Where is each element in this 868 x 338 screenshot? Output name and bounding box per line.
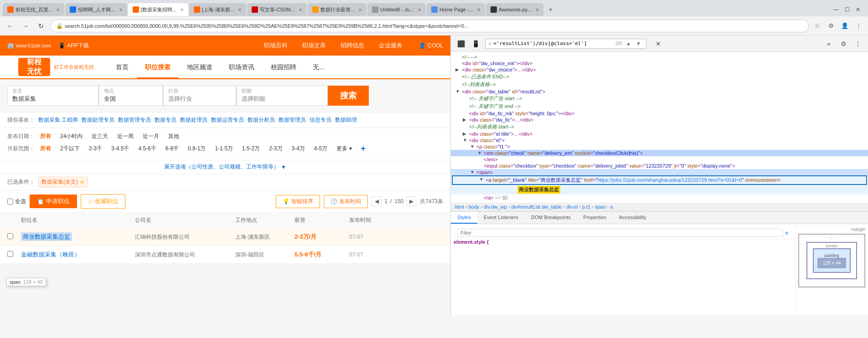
search-prev-button[interactable]: ▲ (624, 39, 633, 48)
tab-close-2[interactable]: ✕ (119, 7, 123, 12)
back-button[interactable]: ← (4, 20, 16, 32)
sec-nav-home[interactable]: 首页 (108, 55, 137, 79)
dom-line-19[interactable]: <a target="_blank" title="商业数据采集总监" href… (452, 175, 867, 185)
date-filter-3d[interactable]: 近三天 (88, 132, 112, 141)
sec-nav-campus[interactable]: 校园招聘 (263, 55, 305, 79)
tab-properties[interactable]: Properties (577, 212, 613, 224)
bc-div-el[interactable]: div.el (566, 204, 578, 210)
dom-line-12[interactable]: <div class="el title">…</div> (451, 131, 868, 137)
devtools-overflow-button[interactable]: » (822, 37, 835, 50)
bc-span[interactable]: span (595, 204, 606, 210)
bc-p-t1[interactable]: p.t1 (582, 204, 590, 210)
salary-filter-4-5w[interactable]: 4-5万 (310, 144, 331, 154)
dom-line-10[interactable]: <div class="dw_tlc">…</div> (451, 117, 868, 123)
top-nav-zhichang-baike[interactable]: 职场百科 (262, 41, 289, 50)
prev-page-button[interactable]: ◀ (372, 196, 382, 206)
job-company-2[interactable]: 深圳市点通数据有限公司 (135, 251, 195, 258)
dom-line-17[interactable]: <input class="checkbox" type="checkbox" … (451, 163, 868, 169)
minimize-button[interactable]: — (832, 6, 840, 13)
dom-triangle-6[interactable] (455, 89, 461, 94)
tab-1[interactable]: 前程无忧_百度... ✕ (3, 3, 64, 16)
user-avatar-area[interactable]: 👤 COOL (419, 42, 443, 49)
devtools-search-close-button[interactable]: ✕ (652, 37, 665, 50)
tab-dom-breakpoints[interactable]: DOM Breakpoints (525, 212, 577, 224)
tab-close-9[interactable]: ✕ (535, 7, 539, 12)
job-title-1[interactable]: 商业数据采集总监 (21, 232, 72, 241)
devtools-device-button[interactable]: 📱 (469, 37, 482, 50)
condition-tag-0[interactable]: 数据采集(全文) ✕ (38, 177, 88, 187)
dom-line-14[interactable]: <p class="t1 "> (451, 143, 868, 150)
salary-filter-3-4.5k[interactable]: 3-4.5千 (108, 144, 133, 154)
tab-close-4[interactable]: ✕ (238, 7, 242, 12)
address-bar[interactable]: 🔒 search.51job.com/list/000000,000000,00… (50, 20, 809, 32)
select-all-checkbox[interactable] (7, 199, 13, 205)
top-nav-zhaopin-xinxi[interactable]: 招聘信息 (339, 41, 366, 50)
tab-close-6[interactable]: ✕ (358, 7, 362, 12)
refresh-button[interactable]: ↻ (35, 20, 47, 32)
tag-1[interactable]: 数据处理专员 (82, 116, 114, 124)
sec-nav-more[interactable]: 无... (305, 55, 333, 79)
salary-filter-0.8-1w[interactable]: 0.8-1万 (184, 144, 209, 154)
top-nav-zhichang-wenku[interactable]: 职场文库 (300, 41, 328, 50)
tag-7[interactable]: 数据管理员 (279, 116, 306, 124)
tag-3[interactable]: 数据专员 (155, 116, 176, 124)
tab-2[interactable]: 招聘网_人才网... ✕ (65, 3, 127, 16)
salary-filter-4.5-6k[interactable]: 4.5-6千 (134, 144, 160, 154)
tab-5[interactable]: 写文章-CSDN... ✕ (247, 3, 307, 16)
salary-filter-6-8k[interactable]: 6-8千 (162, 144, 182, 154)
dom-line-9[interactable]: <div id="dw_tlc_mk" style="height: 0px;"… (451, 110, 868, 117)
tag-5[interactable]: 数据运营专员 (211, 116, 244, 124)
dom-line-7[interactable]: <!-- 关键字广告 start --> (451, 95, 868, 102)
salary-filter-more[interactable]: 更多 ▾ (333, 144, 355, 154)
tab-event-listeners[interactable]: Event Listeners (477, 212, 525, 224)
sec-nav-region[interactable]: 地区频道 (179, 55, 221, 79)
tab-6[interactable]: 数据行业薪资... ✕ (308, 3, 367, 16)
tag-8[interactable]: 信息专员 (310, 116, 331, 124)
condition-tag-close-0[interactable]: ✕ (80, 179, 84, 185)
new-tab-button[interactable]: + (544, 3, 557, 16)
next-page-button[interactable]: ▶ (406, 196, 416, 206)
site-logo-main[interactable]: 前程无忧 好工作在前程无忧 (18, 58, 94, 76)
location-input[interactable] (99, 94, 162, 104)
salary-filter-2-3w[interactable]: 2-3万 (265, 144, 286, 154)
app-download-link[interactable]: 📱 APP下载 (58, 42, 89, 50)
devtools-search-input[interactable] (493, 41, 614, 46)
bookmark-icon[interactable]: ☆ (811, 20, 823, 32)
tag-4[interactable]: 数据处理员 (180, 116, 207, 124)
bc-div-dw-wp[interactable]: div.dw_wp (484, 204, 507, 210)
tab-9[interactable]: Awesome-py... ✕ (486, 3, 543, 16)
dom-triangle-18[interactable] (470, 169, 475, 174)
date-filter-1w[interactable]: 近一周 (114, 132, 137, 141)
sec-nav-news[interactable]: 职场资讯 (221, 55, 263, 79)
salary-filter-1-1.5w[interactable]: 1-1.5万 (211, 144, 236, 154)
close-window-button[interactable]: ✕ (854, 6, 862, 13)
profile-icon[interactable]: 👤 (839, 20, 851, 32)
top-nav-qiye-fuwu[interactable]: 企业服务 (377, 41, 404, 50)
tag-6[interactable]: 数据分析员 (248, 116, 275, 124)
tab-accessibility[interactable]: Accessibility (613, 212, 653, 224)
dom-line-3[interactable]: <div class="dw_choice">…</div> (451, 67, 868, 73)
dom-line-5[interactable]: <!--列表表格--> (451, 81, 868, 88)
styles-filter-input[interactable] (457, 229, 783, 237)
dom-triangle-14[interactable] (470, 144, 475, 149)
search-next-button[interactable]: ▼ (634, 39, 643, 48)
search-button[interactable]: 搜索 (328, 86, 369, 106)
dom-line-4[interactable]: <!-- 已选条件 END--> (451, 73, 868, 81)
expand-options-link[interactable]: 展开选项（公司性质、公司规模、工作年限等） ▼ (164, 163, 286, 171)
tag-9[interactable]: 数据助理 (335, 116, 357, 124)
devtools-inspect-button[interactable]: ⬛ (455, 37, 467, 50)
salary-filter-all[interactable]: 所有 (36, 144, 55, 154)
tag-2[interactable]: 数据管理专员 (118, 116, 151, 124)
dom-line-1[interactable]: <!-- --> (451, 54, 868, 60)
dom-line-13[interactable]: <div class="el"> (451, 137, 868, 143)
tab-4[interactable]: [上海-浦东新... ✕ (189, 3, 246, 16)
tab-7[interactable]: Untitled8 - Ju... ✕ (367, 3, 426, 16)
tab-close-1[interactable]: ✕ (56, 7, 60, 12)
menu-icon[interactable]: ⋮ (852, 20, 864, 32)
salary-filter-2k[interactable]: 2千以下 (57, 144, 83, 154)
dom-line-15[interactable]: <em class="check" name="delivery_em" onc… (451, 150, 868, 156)
dom-line-16[interactable]: </em> (451, 156, 868, 163)
bc-div-resultlist[interactable]: div#resultList.dw_table (511, 204, 562, 210)
bc-a[interactable]: a (610, 204, 613, 210)
forward-button[interactable]: → (19, 20, 32, 32)
